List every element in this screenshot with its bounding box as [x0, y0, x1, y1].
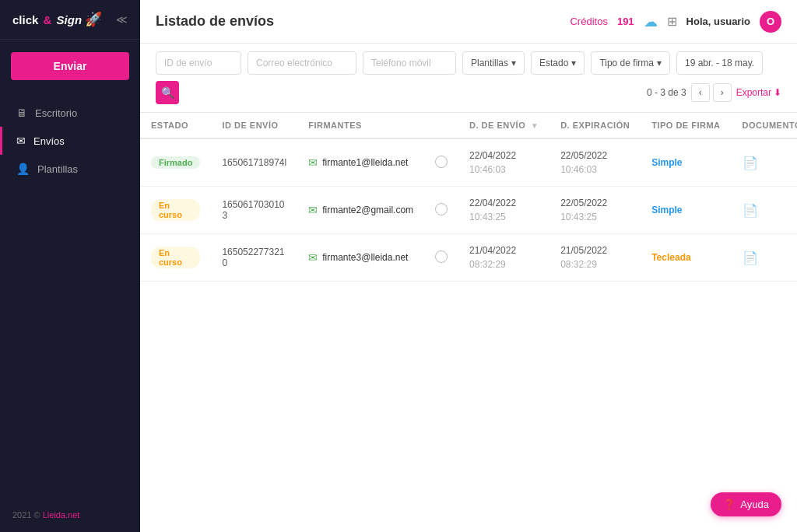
help-icon: ❓ [723, 499, 736, 510]
firmante-icon: ✉ [308, 251, 318, 264]
prev-page-button[interactable]: ‹ [691, 83, 710, 102]
circle-cell [424, 234, 458, 282]
col-spacer [424, 113, 458, 138]
chevron-down-icon: ▾ [657, 58, 662, 68]
document-icon[interactable]: 📄 [743, 204, 758, 217]
desktop-icon: 🖥 [16, 107, 27, 119]
search-button[interactable]: 🔍 [156, 81, 179, 104]
help-button[interactable]: ❓ Ayuda [711, 492, 781, 516]
pagination-nav: ‹ › [691, 83, 732, 102]
topbar: Listado de envíos Créditos 191 ☁ ⊞ Hola,… [140, 0, 797, 44]
date-envio-cell: 22/04/202210:43:25 [458, 187, 549, 234]
tipo-badge: Tecleada [651, 252, 690, 263]
date-expiracion-cell: 21/05/202208:32:29 [549, 234, 641, 282]
date-expiracion-cell: 22/05/202210:43:25 [549, 187, 641, 234]
phone-filter-input[interactable] [363, 51, 456, 75]
table-row: Firmado 165061718974l ✉ firmante1@lleida… [140, 138, 797, 187]
sidebar-header: click & Sign 🚀 ≪ [0, 0, 140, 40]
page-title: Listado de envíos [156, 13, 274, 30]
tipo-firma-filter[interactable]: Tipo de firma ▾ [591, 51, 670, 75]
firmante-email: firmante2@gmail.com [322, 205, 413, 215]
grid-icon[interactable]: ⊞ [667, 14, 677, 29]
firmante-cell: ✉ firmante2@gmail.com [297, 187, 424, 234]
col-d-expiracion: D. EXPIRACIÓN [549, 113, 641, 138]
date-expiracion-cell: 22/05/202210:46:03 [549, 138, 641, 187]
main-content: Listado de envíos Créditos 191 ☁ ⊞ Hola,… [140, 0, 797, 532]
col-documentos: DOCUMENTOS [732, 113, 797, 138]
chevron-down-icon: ▾ [511, 58, 516, 68]
table-row: En curso 165061703010 3 ✉ firmante2@gmai… [140, 187, 797, 234]
sidebar-item-label: Escritorio [35, 107, 77, 119]
sidebar-item-envios[interactable]: ✉ Envíos [0, 127, 140, 155]
id-cell: 165061703010 3 [211, 187, 297, 234]
sidebar: click & Sign 🚀 ≪ Enviar 🖥 Escritorio ✉ E… [0, 0, 140, 532]
avatar[interactable]: O [760, 11, 781, 33]
status-cell: Firmado [140, 138, 211, 187]
id-filter-input[interactable] [156, 51, 241, 75]
col-firmantes: FIRMANTES [297, 113, 424, 138]
documents-cell: 📄 [732, 187, 797, 234]
documents-cell: 📄 [732, 234, 797, 282]
firmante-email: firmante1@lleida.net [322, 157, 408, 168]
tipo-firma-cell: Simple [641, 187, 731, 234]
collapse-icon[interactable]: ≪ [116, 13, 128, 26]
mail-icon: ✉ [16, 135, 26, 147]
sidebar-item-escritorio[interactable]: 🖥 Escritorio [0, 99, 140, 127]
col-d-envio[interactable]: D. DE ENVÍO ▼ [458, 113, 549, 138]
tipo-firma-cell: Simple [641, 138, 731, 187]
filter-bar: Plantillas ▾ Estado ▾ Tipo de firma ▾ 19… [140, 44, 797, 113]
tipo-badge: Simple [651, 205, 682, 215]
table-row: En curso 165052277321 0 ✉ firmante3@llei… [140, 234, 797, 282]
tipo-badge: Simple [651, 157, 682, 168]
document-icon[interactable]: 📄 [743, 156, 758, 170]
sort-icon: ▼ [531, 121, 539, 130]
template-icon: 👤 [16, 163, 30, 175]
firmante-cell: ✉ firmante3@lleida.net [297, 234, 424, 282]
document-icon[interactable]: 📄 [743, 251, 758, 264]
firmante-email: firmante3@lleida.net [322, 252, 408, 263]
id-cell: 165061718974l [211, 138, 297, 187]
col-estado: ESTADO [140, 113, 211, 138]
status-cell: En curso [140, 234, 211, 282]
next-page-button[interactable]: › [713, 83, 732, 102]
circle-icon [435, 203, 448, 215]
table-container: ESTADO ID DE ENVÍO FIRMANTES D. DE ENVÍO… [140, 113, 797, 532]
documents-cell: 📄 [732, 138, 797, 187]
logo-sign: Sign [53, 13, 82, 26]
logo: click & Sign 🚀 [12, 11, 102, 28]
rocket-icon: 🚀 [85, 11, 102, 28]
circle-icon [435, 156, 448, 168]
credits-label: Créditos [570, 16, 607, 27]
estado-filter[interactable]: Estado ▾ [531, 51, 585, 75]
status-badge: En curso [151, 247, 200, 268]
status-badge: Firmado [151, 156, 200, 169]
sidebar-footer: 2021 © Lleida.net [12, 510, 79, 520]
chevron-down-icon: ▾ [571, 58, 576, 68]
firmante-icon: ✉ [308, 204, 318, 216]
status-badge: En curso [151, 199, 200, 221]
status-cell: En curso [140, 187, 211, 234]
export-button[interactable]: Exportar ⬇ [736, 87, 781, 98]
sidebar-nav: 🖥 Escritorio ✉ Envíos 👤 Plantillas [0, 93, 140, 189]
date-envio-cell: 21/04/202208:32:29 [458, 234, 549, 282]
envios-table: ESTADO ID DE ENVÍO FIRMANTES D. DE ENVÍO… [140, 113, 797, 282]
credits-value: 191 [617, 16, 634, 27]
firmante-icon: ✉ [308, 156, 318, 169]
date-range[interactable]: 19 abr. - 18 may. [676, 51, 763, 75]
circle-cell [424, 187, 458, 234]
circle-cell [424, 138, 458, 187]
download-icon: ⬇ [774, 87, 781, 98]
sidebar-item-label: Envíos [33, 135, 65, 147]
topbar-right: Créditos 191 ☁ ⊞ Hola, usuario O [570, 11, 781, 33]
username: usuario [714, 16, 750, 27]
footer-link[interactable]: Lleida.net [43, 510, 80, 520]
plantillas-filter[interactable]: Plantillas ▾ [462, 51, 525, 75]
tipo-firma-cell: Tecleada [641, 234, 731, 282]
id-cell: 165052277321 0 [211, 234, 297, 282]
circle-icon [435, 250, 448, 263]
send-button[interactable]: Enviar [11, 52, 129, 80]
email-filter-input[interactable] [248, 51, 356, 75]
sidebar-item-plantillas[interactable]: 👤 Plantillas [0, 155, 140, 183]
sidebar-item-label: Plantillas [37, 163, 78, 175]
col-id-envio: ID DE ENVÍO [211, 113, 297, 138]
